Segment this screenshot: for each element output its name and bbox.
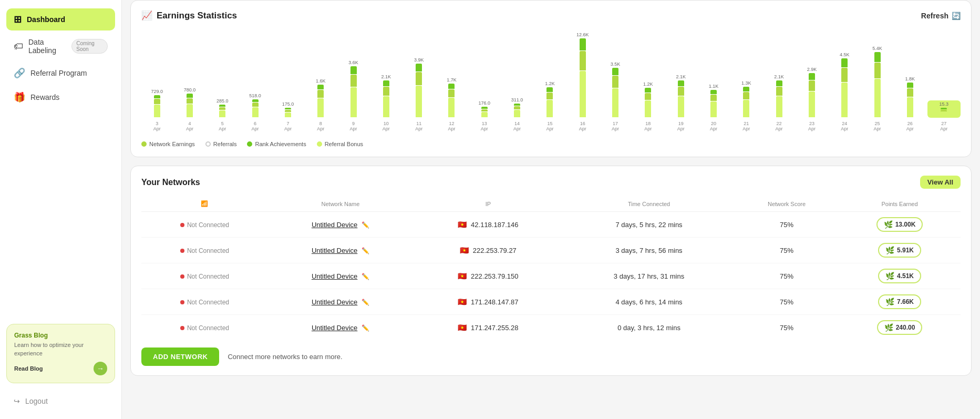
country-flag: 🇻🇳 bbox=[458, 272, 467, 280]
bar-stack bbox=[207, 105, 238, 118]
bar-date: 25Apr bbox=[874, 121, 881, 131]
points-icon: 🌿 bbox=[885, 246, 894, 254]
bar-stack bbox=[370, 80, 401, 118]
add-network-button[interactable]: ADD NETWORK bbox=[141, 348, 219, 366]
bar-segment bbox=[252, 103, 259, 107]
bar-date: 3Apr bbox=[153, 121, 161, 131]
logout-icon: ↪ bbox=[14, 397, 20, 405]
bar-date: 19Apr bbox=[677, 121, 685, 131]
bar-stack bbox=[338, 66, 369, 118]
bar-segment bbox=[154, 99, 160, 104]
bar-group: 176.013Apr bbox=[469, 100, 500, 118]
legend-referral-bonus: Referral Bonus bbox=[317, 141, 363, 147]
bar-value: 2.1K bbox=[381, 74, 391, 79]
points-icon: 🌿 bbox=[885, 272, 894, 280]
device-name[interactable]: Untitled Device bbox=[312, 272, 357, 280]
bar-stack bbox=[600, 68, 631, 118]
bar-group: 1.2K18Apr bbox=[633, 81, 664, 118]
bar-date: 9Apr bbox=[350, 121, 357, 131]
device-name[interactable]: Untitled Device bbox=[312, 247, 357, 254]
time-connected-cell: 0 day, 3 hrs, 12 mins bbox=[563, 315, 735, 341]
edit-icon[interactable]: ✏️ bbox=[362, 273, 369, 280]
chart-legend: Network Earnings Referrals Rank Achievem… bbox=[141, 138, 961, 147]
view-all-button[interactable]: View All bbox=[920, 176, 961, 189]
chart-icon: 📈 bbox=[141, 10, 152, 21]
bar-date: 23Apr bbox=[808, 121, 816, 131]
legend-referrals: Referrals bbox=[205, 141, 237, 147]
bar-group: 780.04Apr bbox=[174, 87, 205, 118]
bar-segment bbox=[285, 113, 291, 117]
add-network-text: Connect more networks to earn more. bbox=[228, 353, 342, 361]
bar-segment bbox=[776, 87, 782, 96]
bar-stack bbox=[305, 85, 336, 118]
bar-segment bbox=[941, 110, 947, 111]
sidebar-item-referral-program[interactable]: 🔗 Referral Program bbox=[6, 62, 115, 84]
device-name-cell: Untitled Device ✏️ bbox=[268, 289, 413, 315]
time-connected-cell: 4 days, 6 hrs, 14 mins bbox=[563, 289, 735, 315]
bar-group: 4.5K24Apr bbox=[829, 52, 860, 118]
sidebar-item-data-labeling[interactable]: 🏷 Data Labeling Coming Soon bbox=[6, 33, 115, 60]
grass-blog-arrow[interactable]: → bbox=[94, 362, 107, 375]
status-dot: Not Connected bbox=[180, 273, 229, 280]
col-wifi: 📶 bbox=[141, 196, 268, 212]
bar-segment bbox=[383, 80, 389, 86]
bar-value: 1.6K bbox=[316, 78, 326, 84]
bar-value: 1.1K bbox=[709, 84, 719, 89]
bar-value: 176.0 bbox=[479, 100, 491, 106]
grass-blog-card: Grass Blog Learn how to optimize your ex… bbox=[6, 324, 115, 383]
bar-segment bbox=[710, 101, 717, 117]
referral-icon: 🔗 bbox=[14, 67, 25, 79]
sidebar: ⊞ Dashboard 🏷 Data Labeling Coming Soon … bbox=[0, 0, 122, 419]
sidebar-item-rewards[interactable]: 🎁 Rewards bbox=[6, 86, 115, 108]
bar-group: 3.9K11Apr bbox=[404, 57, 435, 118]
points-earned-cell: 🌿 13.00K bbox=[839, 212, 961, 238]
bar-stack bbox=[731, 87, 762, 118]
device-name[interactable]: Untitled Device bbox=[312, 298, 357, 306]
bar-value: 1.2K bbox=[545, 81, 555, 86]
bar-group: 1.2K15Apr bbox=[534, 81, 565, 118]
grass-blog-link[interactable]: Read Blog bbox=[14, 365, 43, 372]
bar-segment bbox=[907, 97, 913, 117]
status-indicator bbox=[180, 300, 184, 304]
bar-stack bbox=[665, 80, 696, 118]
refresh-icon: 🔄 bbox=[952, 12, 961, 20]
data-labeling-icon: 🏷 bbox=[14, 41, 23, 52]
edit-icon[interactable]: ✏️ bbox=[362, 247, 369, 254]
bar-segment bbox=[743, 87, 749, 91]
edit-icon[interactable]: ✏️ bbox=[362, 221, 369, 229]
bar-segment bbox=[645, 88, 651, 93]
points-earned-cell: 🌿 240.00 bbox=[839, 315, 961, 341]
device-name[interactable]: Untitled Device bbox=[312, 221, 357, 229]
ip-address: 222.253.79.150 bbox=[471, 272, 518, 280]
bar-date: 11Apr bbox=[415, 121, 422, 131]
bar-segment bbox=[187, 104, 193, 117]
logout-item[interactable]: ↪ Logout bbox=[6, 392, 115, 411]
points-earned-cell: 🌿 7.66K bbox=[839, 289, 961, 315]
ip-cell: 🇻🇳 171.247.255.28 bbox=[413, 315, 563, 341]
bar-date: 26Apr bbox=[906, 121, 914, 131]
time-connected-cell: 3 days, 17 hrs, 31 mins bbox=[563, 263, 735, 289]
bar-value: 311.0 bbox=[511, 97, 523, 103]
sidebar-item-dashboard[interactable]: ⊞ Dashboard bbox=[6, 8, 115, 30]
ip-address: 42.118.187.146 bbox=[471, 221, 518, 229]
bar-date: 10Apr bbox=[383, 121, 390, 131]
bar-group: 1.3K21Apr bbox=[731, 80, 762, 118]
legend-network-earnings: Network Earnings bbox=[141, 141, 195, 147]
bar-stack bbox=[469, 107, 500, 118]
edit-icon[interactable]: ✏️ bbox=[362, 299, 369, 306]
bar-date: 24Apr bbox=[841, 121, 848, 131]
bar-segment bbox=[448, 84, 455, 89]
device-name[interactable]: Untitled Device bbox=[312, 324, 357, 332]
bar-stack bbox=[240, 99, 271, 118]
refresh-button[interactable]: Refresh 🔄 bbox=[921, 12, 961, 20]
bar-segment bbox=[941, 108, 947, 109]
bar-date: 15Apr bbox=[546, 121, 553, 131]
bar-date: 18Apr bbox=[644, 121, 652, 131]
ip-address: 171.248.147.87 bbox=[471, 298, 518, 306]
edit-icon[interactable]: ✏️ bbox=[362, 324, 369, 332]
bar-segment bbox=[645, 100, 651, 117]
bar-stack bbox=[862, 52, 893, 118]
networks-header: Your Networks View All bbox=[141, 176, 961, 189]
ip-cell: 🇻🇳 171.248.147.87 bbox=[413, 289, 563, 315]
bar-segment bbox=[350, 66, 357, 74]
